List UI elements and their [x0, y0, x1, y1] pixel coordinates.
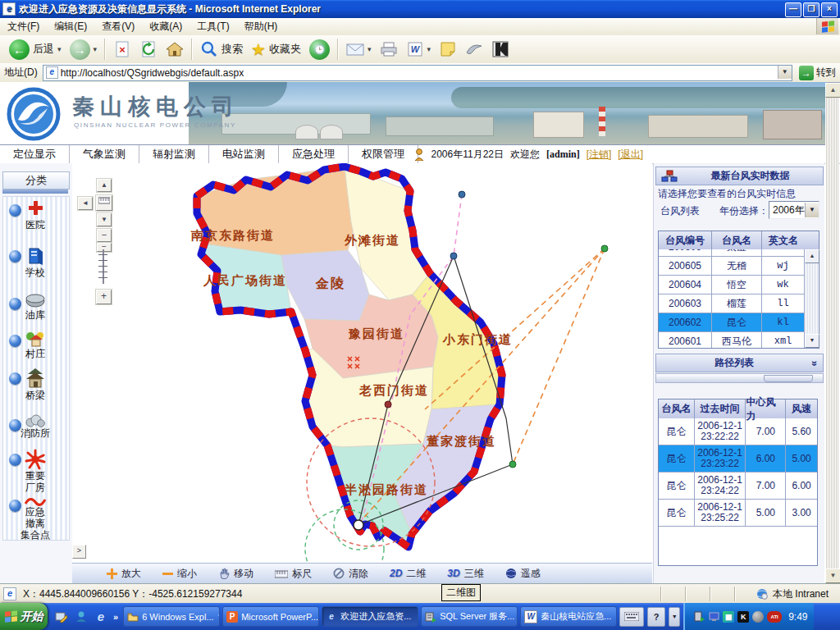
zoom-in-step-button[interactable]: +	[96, 290, 112, 304]
back-button[interactable]: ← 后退▾	[5, 38, 66, 62]
minimize-button[interactable]: —	[785, 2, 801, 17]
page-scroll-up-button[interactable]: ▲	[825, 83, 840, 98]
sidebar-item-fire-station[interactable]: 消防所	[2, 414, 68, 439]
sidebar-item-school[interactable]: 学校	[2, 245, 68, 278]
point-marker-red[interactable]	[385, 401, 391, 408]
sidebar-item-bridge[interactable]: 桥梁	[2, 368, 68, 401]
tab-station[interactable]: 电站监测	[209, 145, 279, 163]
point-marker-green[interactable]	[509, 461, 516, 468]
typhoon-row[interactable]: 200603榴莲ll	[659, 294, 804, 313]
logout-link[interactable]: [注销]	[587, 148, 612, 162]
pan-up-button[interactable]: ▲	[97, 179, 112, 192]
refresh-button[interactable]	[135, 39, 162, 60]
sidebar-expand-button[interactable]: >	[72, 545, 86, 559]
language-help-button[interactable]: ?	[647, 607, 665, 627]
ruler-tool-button[interactable]	[96, 195, 112, 211]
menu-tools[interactable]: 工具(T)	[189, 18, 236, 35]
path-row-selected[interactable]: 昆仑2006-12-1 23:23:226.005.00	[659, 445, 817, 472]
collapse-chevron-icon[interactable]: »	[810, 360, 821, 366]
k-tool-button[interactable]	[487, 39, 514, 60]
tray-network-icon[interactable]: ▦	[723, 611, 734, 623]
typhoon-row[interactable]: 200605无稽wj	[659, 257, 804, 276]
menu-file[interactable]: 文件(F)	[0, 18, 47, 35]
taskbar-window-powerpoint[interactable]: P Microsoft PowerP...	[222, 606, 319, 627]
ie-quick-icon[interactable]: e	[94, 609, 108, 624]
typhoon-center-marker[interactable]	[354, 520, 363, 530]
tray-ati-icon[interactable]: ATI	[767, 611, 782, 623]
mail-button[interactable]: ▾	[342, 39, 376, 60]
tray-volume-icon[interactable]	[752, 611, 764, 623]
quick-launch-overflow[interactable]: »	[113, 612, 118, 622]
path-row[interactable]: 昆仑2006-12-1 23:24:227.006.00	[659, 472, 817, 500]
typhoon-row[interactable]: 200601西马伦xml	[659, 332, 804, 348]
forward-button[interactable]: →▾	[66, 38, 102, 62]
notes-button[interactable]	[435, 39, 461, 60]
show-desktop-icon[interactable]	[54, 609, 69, 624]
map-canvas[interactable]: 南京东路街道 外滩街道 人民广场街道 金陵 豫园街道 小东门街道 老西门街道 董…	[72, 163, 652, 563]
search-button[interactable]: 搜索	[196, 39, 247, 60]
map-tool-zoom-in[interactable]: 放大	[107, 567, 141, 581]
language-options-button[interactable]: ▼	[669, 607, 680, 627]
title-bar[interactable]: e 欢迎进入应急资源及决策信息显示系统 - Microsoft Internet…	[0, 0, 840, 18]
typhoon-panel-header[interactable]: 最新台风实时数据	[655, 167, 824, 185]
menu-favorites[interactable]: 收藏(A)	[142, 18, 189, 35]
favorites-button[interactable]: ★ 收藏夹	[247, 38, 305, 61]
map-tool-remote-sensing[interactable]: 遥感	[505, 567, 541, 581]
sidebar-item-oil-depot[interactable]: 油库	[2, 293, 68, 321]
menu-view[interactable]: 查看(V)	[94, 18, 142, 35]
taskbar-window-explorer-group[interactable]: 6 Windows Expl... ▼	[123, 606, 220, 627]
menu-edit[interactable]: 编辑(E)	[47, 18, 94, 35]
typhoon-row[interactable]: 200604悟空wk	[659, 276, 804, 294]
path-row[interactable]: 昆仑2006-12-1 23:25:225.003.00	[659, 500, 817, 527]
home-button[interactable]	[162, 39, 188, 60]
tray-kaspersky-icon[interactable]: K	[737, 611, 749, 623]
zoom-out-step-button[interactable]: −	[97, 229, 112, 242]
restore-button[interactable]: ❐	[803, 2, 819, 17]
address-input[interactable]: e http://localhost/QSgridwebgis/default.…	[43, 65, 792, 81]
address-dropdown-button[interactable]: ▼	[778, 66, 792, 79]
path-list-header[interactable]: 路径列表 »	[655, 354, 824, 372]
pan-left-button[interactable]: ◄	[78, 197, 93, 210]
tab-weather[interactable]: 气象监测	[70, 145, 139, 163]
sidebar-item-hospital[interactable]: 医院	[2, 199, 68, 231]
sidebar-item-important-plant[interactable]: 重要 厂房	[2, 449, 68, 493]
sidebar-item-village[interactable]: 村庄	[2, 330, 68, 359]
history-button[interactable]: 🕒	[305, 38, 334, 62]
menu-help[interactable]: 帮助(H)	[237, 18, 285, 35]
taskbar-window-word-doc[interactable]: W 秦山核电站应急...	[520, 606, 617, 627]
typhoon-row[interactable]: 200606太虚tx	[659, 249, 804, 257]
map-tool-2d[interactable]: 2D 二维	[390, 567, 426, 581]
zoom-slider[interactable]: −	[97, 243, 109, 289]
page-scrollbar[interactable]: ▲ ▼	[825, 83, 839, 583]
typhoon-row-selected[interactable]: 200602昆仑kl	[659, 313, 804, 332]
messenger-button[interactable]	[461, 39, 487, 60]
tab-radiation[interactable]: 辐射监测	[139, 145, 209, 163]
language-keyboard-button[interactable]	[619, 607, 644, 627]
tab-locate[interactable]: 定位显示	[0, 145, 70, 163]
close-button[interactable]: ×	[821, 2, 838, 17]
tray-sql-icon[interactable]	[693, 611, 705, 623]
page-scroll-down-button[interactable]: ▼	[825, 568, 840, 583]
map-tool-clear[interactable]: 清除	[333, 567, 368, 581]
sidebar-item-evacuation-point[interactable]: 应急 撤离 集合点	[2, 495, 68, 541]
year-select[interactable]: 2006年 ▼	[769, 201, 819, 219]
go-button[interactable]: → 转到	[799, 66, 836, 80]
scroll-up-button[interactable]: ▲	[805, 249, 819, 263]
year-select-arrow[interactable]: ▼	[805, 203, 819, 217]
start-button[interactable]: 开始	[0, 603, 48, 630]
edit-word-button[interactable]: W ▾	[402, 39, 436, 60]
path-row[interactable]: 昆仑2006-12-1 23:22:227.005.60	[659, 418, 817, 445]
taskbar-window-ie-active[interactable]: e 欢迎进入应急资...	[322, 606, 418, 627]
panel-splitter[interactable]	[655, 373, 824, 383]
pan-down-button[interactable]: ▼	[97, 213, 112, 226]
point-marker-green[interactable]	[601, 245, 608, 252]
map-tool-ruler[interactable]: 标尺	[275, 567, 312, 581]
print-button[interactable]	[376, 39, 402, 60]
map-tool-3d[interactable]: 3D 三维	[447, 567, 483, 581]
tray-display-icon[interactable]	[708, 611, 719, 623]
exit-link[interactable]: [退出]	[618, 148, 643, 162]
point-marker-blue[interactable]	[450, 253, 457, 259]
map-viewport[interactable]: 南京东路街道 外滩街道 人民广场街道 金陵 豫园街道 小东门街道 老西门街道 董…	[72, 163, 652, 563]
taskbar-clock[interactable]: 9:49	[788, 611, 807, 623]
messenger-quick-icon[interactable]	[74, 609, 89, 624]
